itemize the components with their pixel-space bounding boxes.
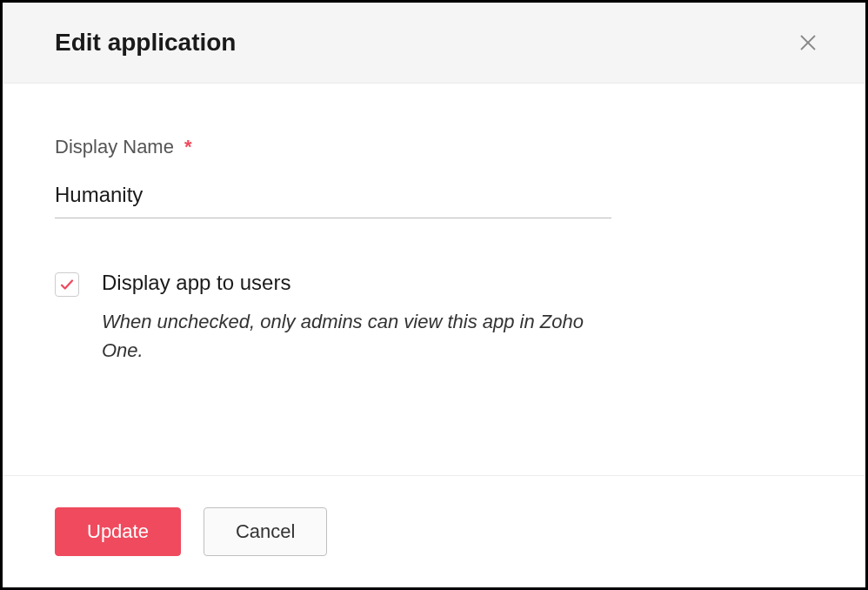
display-name-group: Display Name * xyxy=(55,136,813,218)
dialog-title: Edit application xyxy=(55,29,236,57)
display-to-users-group: Display app to users When unchecked, onl… xyxy=(55,271,813,365)
checkmark-icon xyxy=(59,277,75,292)
edit-application-dialog: Edit application Display Name * xyxy=(0,0,868,590)
display-to-users-label: Display app to users xyxy=(102,271,813,295)
dialog-body: Display Name * Display app to users When… xyxy=(3,84,865,475)
dialog-header: Edit application xyxy=(3,3,865,84)
cancel-button[interactable]: Cancel xyxy=(204,507,327,556)
display-to-users-help: When unchecked, only admins can view thi… xyxy=(102,307,589,365)
dialog-footer: Update Cancel xyxy=(3,475,865,587)
display-name-label-text: Display Name xyxy=(55,136,174,158)
display-name-label: Display Name * xyxy=(55,136,192,158)
required-asterisk: * xyxy=(184,136,192,158)
display-name-input[interactable] xyxy=(55,176,611,218)
update-button[interactable]: Update xyxy=(55,507,181,556)
close-icon xyxy=(798,32,818,53)
close-button[interactable] xyxy=(792,27,824,58)
checkbox-content: Display app to users When unchecked, onl… xyxy=(102,271,813,365)
display-to-users-checkbox[interactable] xyxy=(55,272,79,297)
